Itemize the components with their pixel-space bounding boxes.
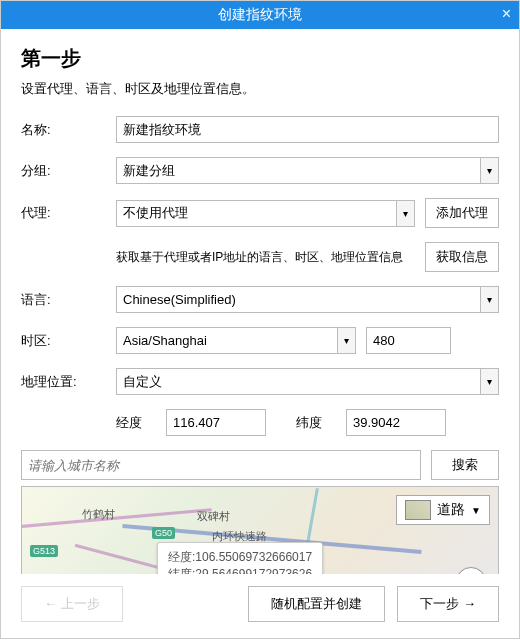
city-search-input[interactable] [21, 450, 421, 480]
titlebar: 创建指纹环境 × [1, 1, 519, 29]
chevron-down-icon[interactable]: ▾ [396, 201, 414, 226]
chevron-down-icon[interactable]: ▾ [480, 287, 498, 312]
dialog-title: 创建指纹环境 [218, 6, 302, 24]
name-label: 名称: [21, 121, 116, 139]
map-place: 竹鹤村 [82, 507, 115, 522]
locate-icon[interactable] [456, 567, 486, 574]
tz-label: 时区: [21, 332, 116, 350]
proxy-label: 代理: [21, 204, 116, 222]
geo-select[interactable] [116, 368, 499, 395]
map-place: 双碑村 [197, 509, 230, 524]
dialog: 创建指纹环境 × 第一步 设置代理、语言、时区及地理位置信息。 名称: 分组: … [0, 0, 520, 639]
name-input[interactable] [116, 116, 499, 143]
lng-label: 经度 [116, 414, 166, 432]
road-shield: G513 [30, 545, 58, 557]
map-type-icon [405, 500, 431, 520]
search-button[interactable]: 搜索 [431, 450, 499, 480]
lng-input[interactable] [166, 409, 266, 436]
proxy-select[interactable] [116, 200, 415, 227]
chevron-down-icon[interactable]: ▾ [337, 328, 355, 353]
lat-input[interactable] [346, 409, 446, 436]
proxy-hint: 获取基于代理或者IP地址的语言、时区、地理位置信息 [116, 248, 415, 266]
add-proxy-button[interactable]: 添加代理 [425, 198, 499, 228]
content-area: 第一步 设置代理、语言、时区及地理位置信息。 名称: 分组: ▾ 代理: ▾ 添… [1, 29, 519, 574]
map-tooltip: 经度:106.55069732666017 纬度:29.564699172973… [157, 542, 323, 574]
step-title: 第一步 [21, 45, 499, 72]
map-type-label: 道路 [437, 501, 465, 519]
map[interactable]: 竹鹤村 双碑村 内环快速路 牽牛洞 小岩石 瓦房子 屋基堡 蚂蝗梁 渝中区 G5… [21, 486, 499, 574]
chevron-down-icon: ▼ [471, 505, 481, 516]
footer: ← 上一步 随机配置并创建 下一步 → [1, 574, 519, 638]
get-info-button[interactable]: 获取信息 [425, 242, 499, 272]
close-icon[interactable]: × [502, 5, 511, 23]
lat-label: 纬度 [296, 414, 346, 432]
step-desc: 设置代理、语言、时区及地理位置信息。 [21, 80, 499, 98]
map-type-selector[interactable]: 道路 ▼ [396, 495, 490, 525]
random-create-button[interactable]: 随机配置并创建 [248, 586, 385, 622]
next-button[interactable]: 下一步 → [397, 586, 499, 622]
prev-button: ← 上一步 [21, 586, 123, 622]
chevron-down-icon[interactable]: ▾ [480, 369, 498, 394]
group-select[interactable] [116, 157, 499, 184]
group-label: 分组: [21, 162, 116, 180]
lang-select[interactable] [116, 286, 499, 313]
lang-label: 语言: [21, 291, 116, 309]
tz-offset-input[interactable] [366, 327, 451, 354]
tz-select[interactable] [116, 327, 356, 354]
chevron-down-icon[interactable]: ▾ [480, 158, 498, 183]
road-shield: G50 [152, 527, 175, 539]
geo-label: 地理位置: [21, 373, 116, 391]
